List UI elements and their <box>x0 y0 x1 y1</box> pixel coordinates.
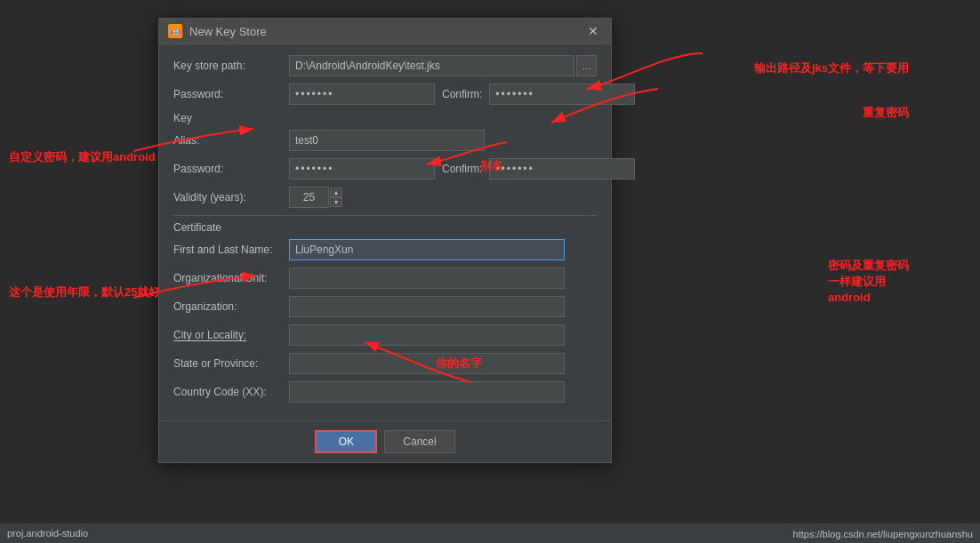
annotation-year: 这个是使用年限，默认25就好 <box>9 284 160 300</box>
country-row: Country Code (XX): <box>173 381 597 403</box>
key-confirm-label: Confirm: <box>442 163 482 175</box>
key-password-label: Password: <box>173 163 289 175</box>
annotation-name: 你的名字 <box>436 355 482 371</box>
city-label: City or Locality: <box>173 329 289 341</box>
keystore-confirm-label: Confirm: <box>442 88 482 100</box>
validity-label: Validity (years): <box>173 191 289 204</box>
dialog-app-icon: 🤖 <box>168 24 182 38</box>
country-label: Country Code (XX): <box>173 386 289 398</box>
certificate-section: Certificate First and Last Name: Organiz… <box>173 215 597 403</box>
dialog-title: New Key Store <box>189 25 584 38</box>
close-button[interactable]: ✕ <box>584 24 602 38</box>
org-unit-label: Organizational Unit: <box>173 272 289 284</box>
city-row: City or Locality: <box>173 324 597 346</box>
spinner-up[interactable]: ▲ <box>330 188 342 197</box>
validity-input[interactable] <box>289 187 329 208</box>
org-label: Organization: <box>173 300 289 313</box>
first-last-label: First and Last Name: <box>173 244 289 256</box>
key-store-path-input[interactable] <box>289 55 574 76</box>
dialog-body: Key store path: … Password: Confirm: Key… <box>159 44 611 420</box>
alias-label: Alias: <box>173 134 289 147</box>
validity-row: Validity (years): ▲ ▼ <box>173 187 597 208</box>
browse-button[interactable]: … <box>576 55 597 76</box>
key-store-path-label: Key store path: <box>173 60 289 72</box>
org-unit-input[interactable] <box>289 268 565 289</box>
key-section-label: Key <box>173 112 597 124</box>
annotation-pwd-repeat: 密码及重复密码 一样建议用 android <box>828 258 909 307</box>
keystore-password-row: Password: Confirm: <box>173 84 597 105</box>
country-input[interactable] <box>289 381 565 403</box>
state-input[interactable] <box>289 353 565 374</box>
keystore-password-input[interactable] <box>289 84 435 105</box>
key-password-row: Password: Confirm: <box>173 158 597 180</box>
state-row: State or Province: <box>173 353 597 374</box>
spinner-down[interactable]: ▼ <box>330 197 342 207</box>
cert-section-label: Certificate <box>173 221 597 234</box>
annotation-path: 输出路径及jks文件，等下要用 <box>754 60 909 76</box>
key-password-input[interactable] <box>289 158 435 180</box>
org-row: Organization: <box>173 296 597 317</box>
org-unit-row: Organizational Unit: <box>173 268 597 289</box>
alias-input[interactable] <box>289 130 485 151</box>
keystore-password-label: Password: <box>173 88 289 100</box>
key-store-path-row: Key store path: … <box>173 55 597 76</box>
new-key-store-dialog: 🤖 New Key Store ✕ Key store path: … Pass… <box>158 18 612 463</box>
key-confirm-input[interactable] <box>489 158 635 180</box>
ok-button[interactable]: OK <box>315 430 377 453</box>
url-label: https://blog.csdn.net/liupengxunzhuanshu <box>793 529 973 539</box>
org-input[interactable] <box>289 296 565 317</box>
validity-spinner[interactable]: ▲ ▼ <box>330 188 342 207</box>
project-label: proj.android-studio <box>7 528 88 539</box>
state-label: State or Province: <box>173 357 289 370</box>
dialog-title-bar: 🤖 New Key Store ✕ <box>159 19 611 44</box>
annotation-repeat-pwd: 重复密码 <box>863 105 909 121</box>
keystore-confirm-input[interactable] <box>489 84 635 105</box>
first-last-row: First and Last Name: <box>173 239 597 260</box>
annotation-custom-pwd: 自定义密码，建议用android <box>9 149 156 165</box>
dialog-footer: OK Cancel <box>159 420 611 462</box>
alias-row: Alias: <box>173 130 597 151</box>
annotation-alias: 别名 <box>480 158 503 174</box>
first-last-input[interactable] <box>289 239 565 260</box>
cancel-button[interactable]: Cancel <box>384 430 454 453</box>
city-input[interactable] <box>289 324 565 346</box>
